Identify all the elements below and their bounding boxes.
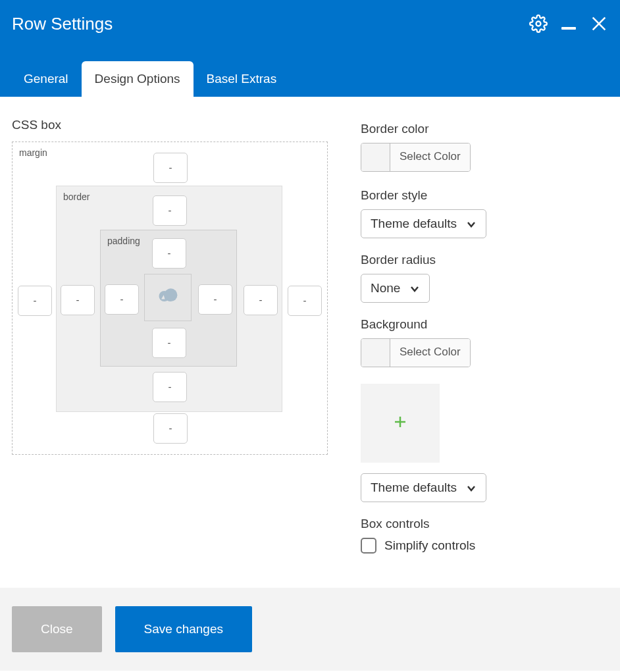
- chevron-down-icon: [409, 283, 420, 294]
- gear-icon[interactable]: [529, 14, 548, 33]
- border-bottom-input[interactable]: -: [153, 372, 187, 402]
- css-box-model: margin - - - - border - - - - padding - …: [12, 142, 328, 455]
- border-color-swatch: [361, 143, 390, 171]
- dialog-title: Row Settings: [12, 14, 113, 34]
- close-button[interactable]: Close: [12, 606, 102, 652]
- border-top-input[interactable]: -: [153, 195, 187, 226]
- padding-left-input[interactable]: -: [105, 284, 139, 315]
- dialog-header: Row Settings General Design Options Base…: [0, 0, 620, 97]
- background-color-swatch: [361, 339, 390, 367]
- border-style-label: Border style: [361, 188, 608, 203]
- background-label: Background: [361, 317, 608, 332]
- border-radius-value: None: [371, 281, 400, 296]
- plus-icon: [394, 415, 407, 431]
- border-color-label: Border color: [361, 122, 608, 136]
- background-image-select[interactable]: Theme defaults: [361, 473, 486, 502]
- simplify-controls-label: Simplify controls: [384, 538, 475, 553]
- svg-point-4: [165, 288, 178, 301]
- padding-bottom-input[interactable]: -: [152, 328, 186, 358]
- content-box: [144, 274, 192, 321]
- border-style-value: Theme defaults: [371, 217, 457, 231]
- margin-left-input[interactable]: -: [18, 286, 52, 316]
- minimize-icon[interactable]: [559, 14, 578, 33]
- close-icon[interactable]: [590, 14, 608, 33]
- css-box-label: CSS box: [12, 118, 334, 132]
- margin-right-input[interactable]: -: [288, 286, 322, 316]
- padding-box: padding - - - -: [100, 230, 237, 367]
- border-label: border: [63, 192, 90, 202]
- border-right-input[interactable]: -: [244, 285, 278, 315]
- margin-bottom-input[interactable]: -: [153, 413, 188, 444]
- tab-design-options[interactable]: Design Options: [82, 61, 194, 97]
- save-button[interactable]: Save changes: [115, 606, 252, 652]
- chevron-down-icon: [466, 219, 477, 229]
- padding-top-input[interactable]: -: [152, 238, 186, 269]
- dialog-footer: Close Save changes: [0, 588, 620, 671]
- tab-basel-extras[interactable]: Basel Extras: [194, 61, 290, 97]
- content-icon: [156, 287, 180, 308]
- tab-general[interactable]: General: [11, 61, 82, 97]
- border-color-button[interactable]: Select Color: [361, 143, 471, 172]
- margin-label: margin: [19, 147, 47, 158]
- padding-label: padding: [107, 236, 140, 246]
- tab-bar: General Design Options Basel Extras: [0, 39, 620, 97]
- background-color-button-label: Select Color: [390, 339, 470, 367]
- border-color-button-label: Select Color: [390, 143, 470, 171]
- add-image-button[interactable]: [361, 384, 440, 463]
- chevron-down-icon: [466, 482, 477, 493]
- border-style-select[interactable]: Theme defaults: [361, 209, 486, 238]
- svg-point-0: [536, 22, 541, 26]
- background-image-value: Theme defaults: [371, 480, 457, 495]
- background-color-button[interactable]: Select Color: [361, 338, 471, 367]
- simplify-controls-checkbox[interactable]: [361, 538, 376, 554]
- margin-top-input[interactable]: -: [153, 153, 188, 183]
- border-radius-label: Border radius: [361, 253, 608, 267]
- box-controls-label: Box controls: [361, 517, 608, 531]
- border-radius-select[interactable]: None: [361, 274, 430, 303]
- border-box: border - - - - padding - - - -: [56, 186, 282, 412]
- padding-right-input[interactable]: -: [198, 284, 232, 315]
- border-left-input[interactable]: -: [61, 285, 95, 315]
